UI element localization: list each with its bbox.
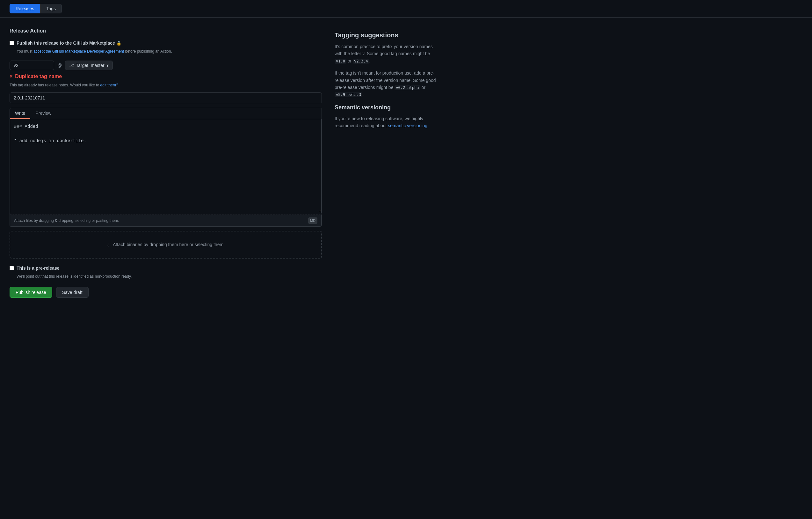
pre-release-checkbox[interactable] [9,266,14,270]
pre-release-checkbox-row: This is a pre-release [9,265,322,271]
chevron-down-icon: ▾ [107,63,109,68]
code-v2: v2.3.4 [353,59,369,64]
release-notes-editor[interactable]: ### Added * add nodejs in dockerfile. [10,119,322,213]
branch-icon: ⎇ [69,63,74,68]
release-action-section: Release Action Publish this release to t… [9,27,322,54]
close-icon: × [9,74,12,79]
tags-tab[interactable]: Tags [40,4,62,13]
marketplace-label[interactable]: Publish this release to the GitHub Marke… [17,40,121,47]
target-button[interactable]: ⎇ Target: master ▾ [65,61,113,70]
error-box: × Duplicate tag name [9,73,322,80]
pre-release-label[interactable]: This is a pre-release [17,265,60,271]
tagging-paragraph-2: If the tag isn't meant for production us… [335,69,437,98]
release-title-input[interactable] [9,92,322,103]
top-tabs-bar: Releases Tags [0,0,812,18]
write-preview-tabs: Write Preview [10,108,322,119]
marketplace-agreement-link[interactable]: accept the GitHub Marketplace Developer … [33,49,124,54]
attach-files-text: Attach files by dragging & dropping, sel… [14,218,119,224]
action-buttons: Publish release Save draft [9,287,322,298]
error-title: Duplicate tag name [15,73,62,80]
error-sub: This tag already has release notes. Woul… [9,82,322,88]
attach-binaries-text: Attach binaries by dropping them here or… [113,241,225,248]
md-badge: MD [308,218,317,224]
section-title: Release Action [9,27,322,35]
tag-input[interactable] [9,61,54,70]
left-column: Release Action Publish this release to t… [9,27,322,298]
marketplace-checkbox[interactable] [9,41,14,45]
save-draft-button[interactable]: Save draft [56,287,89,298]
code-alpha: v0.2-alpha [395,85,420,90]
marketplace-checkbox-row: Publish this release to the GitHub Marke… [9,40,322,47]
target-label: Target: master [76,63,104,68]
pre-release-section: This is a pre-release We'll point out th… [9,265,322,279]
editor-wrapper: Write Preview ### Added * add nodejs in … [9,108,322,227]
edit-them-link[interactable]: edit them? [100,83,118,87]
semantic-versioning-link[interactable]: semantic versioning [388,123,427,128]
right-sidebar: Tagging suggestions It's common practice… [335,27,437,298]
tagging-paragraph-1: It's common practice to prefix your vers… [335,43,437,64]
semantic-versioning-heading: Semantic versioning [335,103,437,112]
releases-tab[interactable]: Releases [9,4,40,13]
pre-release-sub: We'll point out that this release is ide… [17,273,322,279]
download-icon: ↓ [107,240,110,249]
publish-release-button[interactable]: Publish release [9,287,52,298]
tagging-suggestions-heading: Tagging suggestions [335,30,437,40]
semantic-paragraph: If you're new to releasing software, we … [335,115,437,129]
editor-footer: Attach files by dragging & dropping, sel… [10,214,322,227]
marketplace-sub: You must accept the GitHub Marketplace D… [17,49,322,54]
write-tab[interactable]: Write [10,108,30,119]
lock-icon: 🔒 [116,41,121,46]
attach-binaries-area[interactable]: ↓ Attach binaries by dropping them here … [9,231,322,259]
at-sign: @ [57,62,62,69]
code-v1: v1.0 [335,59,346,64]
code-beta: v5.9-beta.3 [335,92,362,97]
tag-row: @ ⎇ Target: master ▾ [9,61,322,70]
preview-tab[interactable]: Preview [30,108,56,119]
